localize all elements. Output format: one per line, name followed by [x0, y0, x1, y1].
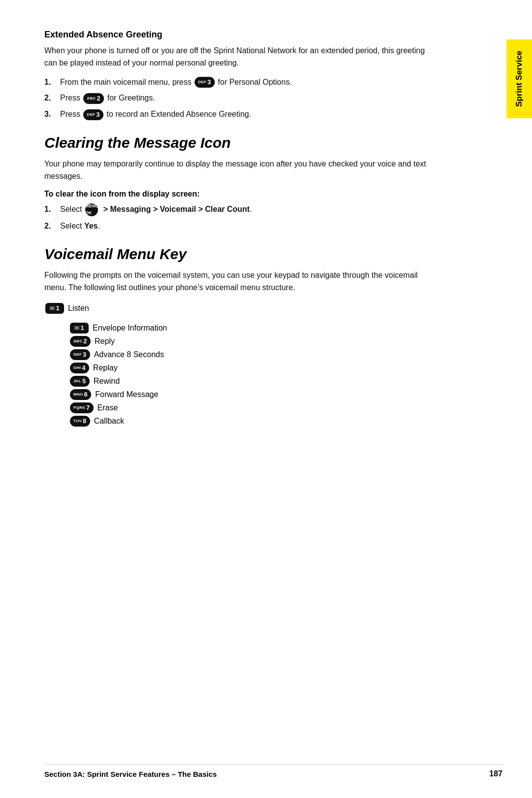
ghi4-replay-badge: GHI4 — [70, 363, 89, 373]
vm-sub-callback: TUV8 Callback — [69, 416, 438, 427]
step-3: 3. Press DEF3 to record an Extended Abse… — [44, 108, 438, 121]
vm-rewind-label: Rewind — [94, 377, 120, 386]
vm-forward-label: Forward Message — [95, 390, 158, 399]
extended-absence-body: When your phone is turned off or you are… — [44, 45, 438, 69]
vm-sub-reply: ABC2 Reply — [69, 336, 438, 347]
clear-step-1: 1. Select MENUOK > Messaging > Voicemail… — [44, 203, 438, 216]
tuv8-callback-badge: TUV8 — [70, 416, 90, 427]
page-content: Extended Absence Greeting When your phon… — [0, 0, 483, 459]
vm-sub-advance: DEF3 Advance 8 Seconds — [69, 349, 438, 360]
extended-absence-heading: Extended Absence Greeting — [44, 30, 438, 40]
voicemail-menu-list: ✉1 Listen — [44, 303, 438, 314]
footer-section-label: Section 3A: Sprint Service Features – Th… — [44, 770, 217, 778]
vm-sub-forward: MNO6 Forward Message — [69, 389, 438, 400]
vm-sub-envelope-info: ✉1 Envelope Information — [69, 323, 438, 333]
voicemail-menu-body: Following the prompts on the voicemail s… — [44, 269, 438, 294]
section-clearing-message: Clearing the Message Icon Your phone may… — [44, 134, 438, 232]
clear-step-2: 2. Select Yes. — [44, 220, 438, 233]
jkl5-rewind-badge: JKL5 — [70, 376, 90, 387]
extended-absence-steps: 1. From the main voicemail menu, press D… — [44, 76, 438, 121]
menu-badge: MENUOK — [85, 203, 98, 216]
voicemail-menu-title: Voicemail Menu Key — [44, 246, 438, 263]
section-extended-absence: Extended Absence Greeting When your phon… — [44, 30, 438, 121]
pqrs7-erase-badge: PQRS7 — [70, 402, 94, 413]
vm-sub-erase: PQRS7 Erase — [69, 402, 438, 413]
clearing-message-title: Clearing the Message Icon — [44, 134, 438, 151]
vm-callback-label: Callback — [94, 417, 124, 426]
section-voicemail-menu: Voicemail Menu Key Following the prompts… — [44, 246, 438, 427]
footer-page-number: 187 — [489, 769, 502, 778]
envelope-badge-info: ✉1 — [70, 323, 89, 333]
envelope-badge-listen: ✉1 — [45, 303, 64, 314]
clearing-steps: 1. Select MENUOK > Messaging > Voicemail… — [44, 203, 438, 233]
clearing-message-body: Your phone may temporarily continue to d… — [44, 158, 438, 183]
voicemail-submenu-list: ✉1 Envelope Information ABC2 Reply DEF3 … — [69, 323, 438, 427]
vm-reply-label: Reply — [95, 337, 115, 346]
def3-badge-2: DEF3 — [83, 109, 103, 120]
abc2-reply-badge: ABC2 — [70, 336, 91, 347]
abc2-badge-1: ABC2 — [83, 93, 104, 104]
clearing-bold-note: To clear the icon from the display scree… — [44, 190, 438, 199]
vm-sub-replay: GHI4 Replay — [69, 363, 438, 373]
step-1: 1. From the main voicemail menu, press D… — [44, 76, 438, 89]
vm-listen-label: Listen — [68, 304, 89, 313]
vm-menu-listen: ✉1 Listen — [44, 303, 438, 314]
vm-envelope-info-label: Envelope Information — [93, 324, 167, 332]
vm-replay-label: Replay — [93, 364, 118, 372]
side-tab: Sprint Service — [506, 39, 532, 118]
vm-erase-label: Erase — [98, 403, 118, 412]
def3-advance-badge: DEF3 — [70, 349, 90, 360]
page-footer: Section 3A: Sprint Service Features – Th… — [44, 764, 502, 778]
side-tab-label: Sprint Service — [514, 51, 524, 107]
vm-advance-label: Advance 8 Seconds — [94, 350, 164, 359]
vm-sub-rewind: JKL5 Rewind — [69, 376, 438, 387]
step-2: 2. Press ABC2 for Greetings. — [44, 92, 438, 104]
mno6-forward-badge: MNO6 — [70, 389, 91, 400]
def3-badge-1: DEF3 — [195, 77, 215, 88]
